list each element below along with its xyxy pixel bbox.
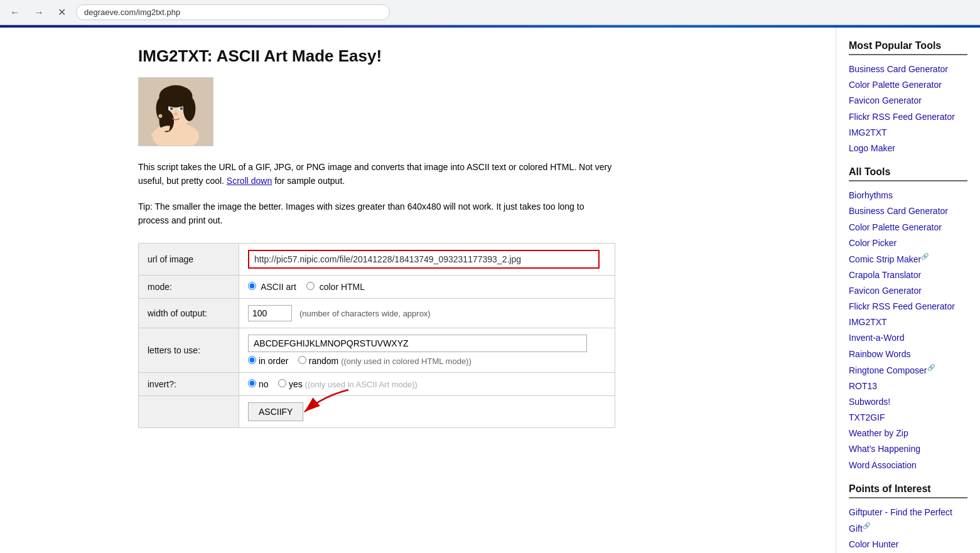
sidebar-link[interactable]: Color Hunter — [849, 537, 967, 552]
sidebar-link[interactable]: Crapola Translator — [849, 267, 967, 283]
sidebar-link[interactable]: Weather by Zip — [849, 426, 967, 441]
sidebar-link[interactable]: Word Association — [849, 458, 967, 473]
width-input-cell: (number of characters wide, approx) — [239, 298, 615, 328]
close-button[interactable]: ✕ — [54, 5, 70, 19]
width-row: width of output: (number of characters w… — [139, 298, 615, 328]
sidebar: Most Popular Tools Business Card Generat… — [836, 28, 980, 553]
page-title: IMG2TXT: ASCII Art Made Easy! — [138, 46, 697, 66]
svg-point-11 — [180, 107, 183, 110]
sidebar-link[interactable]: Business Card Generator — [849, 203, 967, 219]
sidebar-link[interactable]: TXT2GIF — [849, 410, 967, 426]
portrait-image — [138, 77, 213, 146]
sidebar-link[interactable]: Color Palette Generator — [849, 77, 967, 93]
letters-label: letters to use: — [139, 328, 239, 372]
sidebar-link[interactable]: Ringtone Composer🔗 — [849, 362, 967, 379]
no-radio[interactable] — [248, 379, 256, 387]
sidebar-link[interactable]: IMG2TXT — [849, 314, 967, 330]
width-hint: (number of characters wide, approx) — [299, 309, 431, 318]
sidebar-link[interactable]: Invent-a-Word — [849, 330, 967, 346]
sidebar-link[interactable]: Flickr RSS Feed Generator — [849, 299, 967, 314]
submit-label-cell — [139, 395, 239, 427]
color-html-radio[interactable] — [306, 282, 315, 290]
sidebar-link[interactable]: Flickr RSS Feed Generator — [849, 109, 967, 125]
random-option[interactable]: random ((only used in colored HTML mode)… — [298, 356, 471, 366]
invert-label: invert?: — [139, 372, 239, 395]
sidebar-link[interactable]: Biorhythms — [849, 188, 967, 203]
url-row: url of image — [139, 243, 615, 275]
ascii-art-radio[interactable] — [248, 282, 256, 290]
sidebar-link[interactable]: Favicon Generator — [849, 93, 967, 109]
sidebar-link[interactable]: What's Happening — [849, 441, 967, 457]
random-hint: ((only used in colored HTML mode)) — [341, 357, 471, 366]
letters-row: letters to use: in order — [139, 328, 615, 372]
svg-point-10 — [170, 107, 173, 110]
url-input-cell — [239, 243, 615, 275]
url-label: url of image — [139, 243, 239, 275]
poi-links-container: Giftputer - Find the Perfect Gift🔗Color … — [849, 505, 967, 552]
ascii-art-option[interactable]: ASCII art — [248, 282, 299, 292]
sidebar-link[interactable]: ROT13 — [849, 379, 967, 394]
form-table: url of image mode: ASCII art — [138, 243, 615, 428]
color-html-option[interactable]: color HTML — [306, 282, 365, 292]
submit-input-cell: ASCIIFY — [239, 395, 615, 427]
in-order-option[interactable]: in order — [248, 356, 291, 366]
popular-links-container: Business Card GeneratorColor Palette Gen… — [849, 62, 967, 156]
sidebar-link[interactable]: Logo Maker — [849, 141, 967, 156]
mode-input-cell: ASCII art color HTML — [239, 275, 615, 298]
random-radio[interactable] — [298, 356, 306, 364]
forward-button[interactable]: → — [30, 6, 48, 19]
svg-point-13 — [159, 115, 161, 117]
browser-chrome: ← → ✕ degraeve.com/img2txt.php — [0, 0, 980, 25]
svg-point-6 — [183, 96, 196, 121]
width-label: width of output: — [139, 298, 239, 328]
all-tools-title: All Tools — [849, 166, 967, 181]
mode-label: mode: — [139, 275, 239, 298]
poi-title: Points of Interest — [849, 483, 967, 498]
mode-row: mode: ASCII art color HTML — [139, 275, 615, 298]
sidebar-link[interactable]: Favicon Generator — [849, 283, 967, 299]
arrow-indicator — [286, 384, 361, 421]
sidebar-link[interactable]: Business Card Generator — [849, 62, 967, 77]
tip-text: Tip: The smaller the image the better. I… — [138, 200, 615, 228]
sidebar-link[interactable]: Color Picker — [849, 235, 967, 251]
sidebar-link[interactable]: Giftputer - Find the Perfect Gift🔗 — [849, 505, 967, 537]
invert-row: invert?: no yes ((only used in ASCII Art… — [139, 372, 615, 395]
all-links-container: BiorhythmsBusiness Card GeneratorColor P… — [849, 188, 967, 473]
width-input[interactable] — [248, 305, 292, 321]
no-option[interactable]: no — [248, 379, 271, 389]
back-button[interactable]: ← — [6, 6, 24, 19]
popular-tools-title: Most Popular Tools — [849, 40, 967, 55]
letters-input[interactable] — [248, 335, 587, 352]
letters-input-cell: in order random ((only used in colored H… — [239, 328, 615, 372]
submit-row: ASCIIFY — [139, 395, 615, 427]
sidebar-link[interactable]: Comic Strip Maker🔗 — [849, 251, 967, 267]
description-text: This script takes the URL of a GIF, JPG,… — [138, 160, 615, 188]
url-bar[interactable]: degraeve.com/img2txt.php — [76, 4, 390, 20]
sidebar-link[interactable]: IMG2TXT — [849, 125, 967, 141]
url-input[interactable] — [248, 250, 600, 269]
sidebar-link[interactable]: Color Palette Generator — [849, 220, 967, 235]
in-order-radio[interactable] — [248, 356, 256, 364]
scroll-down-link[interactable]: Scroll down — [227, 176, 272, 186]
sidebar-link[interactable]: Rainbow Words — [849, 346, 967, 362]
sidebar-link[interactable]: Subwords! — [849, 394, 967, 410]
main-content: IMG2TXT: ASCII Art Made Easy! — [0, 28, 722, 553]
